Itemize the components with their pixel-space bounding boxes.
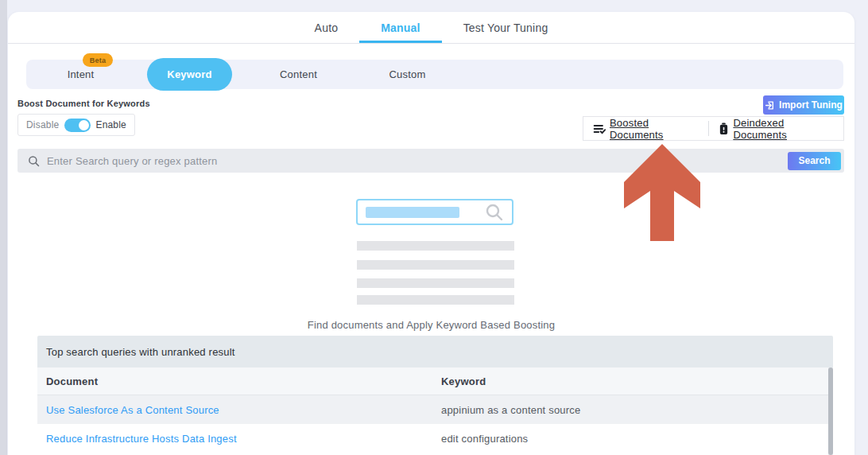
search-icon [28,155,40,167]
search-query-input[interactable] [47,155,788,167]
empty-state-caption: Find documents and Apply Keyword Based B… [8,319,854,331]
document-link[interactable]: Use Salesforce As a Content Source [46,404,219,416]
skeleton-line [357,260,514,270]
panel-title: Top search queries with unranked result [37,336,833,368]
query-search-bar: Search [17,149,844,173]
boosted-documents-link[interactable]: Boosted Documents [583,117,708,140]
import-icon [765,100,775,111]
deindexed-documents-link[interactable]: Deindexed Documents [709,117,843,140]
keyword-cell: appinium as a content source [441,404,580,416]
tab-manual[interactable]: Manual [359,12,441,43]
boost-section-label: Boost Document for Keywords [17,99,150,108]
subtab-custom[interactable]: Custom [353,60,462,89]
illustration-text-skeleton [366,207,459,218]
deindexed-bin-alert-icon [719,122,729,134]
boosted-documents-label: Boosted Documents [610,117,699,141]
search-button[interactable]: Search [788,152,841,170]
document-link[interactable]: Reduce Infrastructure Hosts Data Ingest [46,433,237,445]
enable-label: Enable [95,119,126,130]
illustration-magnifier-icon [485,203,504,222]
boosted-list-check-icon [593,123,606,134]
table-header-row: Document Keyword [37,368,833,395]
top-tab-bar: Auto Manual Test Your Tuning [8,12,854,44]
toggle-knob [79,120,89,130]
disable-label: Disable [26,119,59,130]
beta-badge: Beta [83,53,113,67]
import-tuning-label: Import Tuning [779,99,843,111]
illustration-search-box [356,199,513,225]
boost-toggle-group: Disable Enable [17,114,135,136]
documents-links-box: Boosted Documents Deindexed Documents [583,116,844,141]
skeleton-line [357,278,514,288]
subtab-bar: Intent Keyword Content Custom [26,60,843,89]
tab-test-your-tuning[interactable]: Test Your Tuning [442,12,570,43]
table-row: Use Salesforce As a Content Source appin… [37,395,833,424]
subtab-intent[interactable]: Intent [26,60,135,89]
skeleton-line [357,241,514,251]
table-scrollbar[interactable] [828,368,833,455]
scrollbar-thumb[interactable] [828,368,833,455]
tuning-card: Auto Manual Test Your Tuning Intent Keyw… [8,12,854,455]
unranked-queries-panel: Top search queries with unranked result … [37,336,833,455]
skeleton-line [357,295,514,305]
column-header-keyword: Keyword [441,375,486,387]
page-left-edge [0,0,7,455]
keyword-cell: edit configurations [441,433,528,445]
table-row: Reduce Infrastructure Hosts Data Ingest … [37,424,833,453]
deindexed-documents-label: Deindexed Documents [733,117,834,141]
column-header-document: Document [46,375,98,387]
subtab-keyword[interactable]: Keyword [147,58,232,91]
import-tuning-button[interactable]: Import Tuning [763,95,844,115]
subtab-content[interactable]: Content [244,60,353,89]
tab-auto[interactable]: Auto [293,12,360,43]
boost-toggle[interactable] [64,119,91,132]
